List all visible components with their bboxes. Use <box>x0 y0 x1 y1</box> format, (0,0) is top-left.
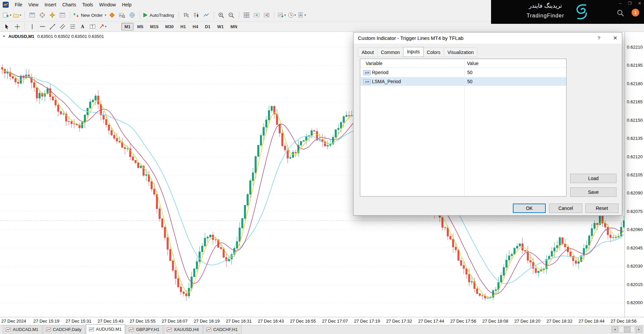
new-chart-button[interactable]: ▾ <box>2 10 12 20</box>
menu-file[interactable]: File <box>12 1 25 8</box>
strategy-tester-button[interactable] <box>117 10 127 20</box>
tab-visualization[interactable]: Visualization <box>444 48 477 57</box>
mt4-window: File View Insert Charts Tools Window Hel… <box>0 0 644 334</box>
price-label: 0.62105 <box>627 172 643 177</box>
timeframe-m30[interactable]: M30 <box>162 23 176 31</box>
horizontal-line-tool-button[interactable] <box>37 22 47 31</box>
param-name: Rperiod <box>372 70 388 75</box>
tile-windows-button[interactable] <box>241 10 252 20</box>
chart-shift-button[interactable] <box>262 10 272 20</box>
minimize-button[interactable]: ─ <box>619 1 622 6</box>
text-label-tool-button[interactable]: T <box>88 22 98 31</box>
new-order-label: New Order <box>81 13 103 18</box>
chart-tab-xauusd-h4[interactable]: XAUUSD,H4 <box>164 325 202 334</box>
param-value[interactable]: 50 <box>467 70 473 75</box>
scrollbar-thumb[interactable] <box>624 327 631 332</box>
templates-button[interactable]: ▾ <box>297 10 307 20</box>
market-watch-button[interactable] <box>27 10 37 20</box>
autotrading-button[interactable]: AutoTrading <box>142 10 176 20</box>
tab-about[interactable]: About <box>358 48 378 57</box>
svg-text:T: T <box>92 25 94 29</box>
save-button[interactable]: Save <box>570 187 616 197</box>
menu-tools[interactable]: Tools <box>79 1 96 8</box>
profiles-button[interactable]: ▾ <box>12 10 22 20</box>
indicators-button[interactable]: ▾ <box>277 10 287 20</box>
metaeditor-button[interactable] <box>127 10 137 20</box>
inputs-table[interactable]: Variable Value 123 Rperiod 50 123 LSMA_P… <box>360 59 567 197</box>
scroll-right-icon[interactable]: ► <box>636 326 642 333</box>
table-row[interactable]: 123 Rperiod 50 <box>361 68 566 77</box>
close-button[interactable]: ✕ <box>638 1 641 6</box>
chevron-down-icon: ▾ <box>294 13 296 17</box>
timeframe-mn[interactable]: MN <box>227 23 240 31</box>
menu-charts[interactable]: Charts <box>59 1 79 8</box>
ok-button[interactable]: OK <box>513 204 546 213</box>
time-label: 27 Dec 18:20 <box>515 319 540 324</box>
timeframe-w1[interactable]: W1 <box>214 23 227 31</box>
chart-tab-gbpjpy-h1[interactable]: GBPJPY,H1 <box>126 325 163 334</box>
data-window-button[interactable] <box>37 10 47 20</box>
table-row[interactable]: 123 LSMA_Period 50 <box>361 77 566 86</box>
time-label: 27 Dec 15:43 <box>98 319 123 324</box>
new-order-button[interactable]: New Order ▾ <box>72 10 107 20</box>
dialog-titlebar[interactable]: Custom Indicator - Trigger Lines MT4 by … <box>354 33 622 44</box>
trendline-tool-button[interactable] <box>47 22 57 31</box>
time-axis[interactable]: 27 Dec 202427 Dec 15:1927 Dec 15:3127 De… <box>0 317 644 325</box>
timeframe-h4[interactable]: H4 <box>190 23 201 31</box>
text-tool-button[interactable]: A <box>77 22 88 31</box>
menu-view[interactable]: View <box>25 1 42 8</box>
price-axis[interactable]: 0.622100.621950.621800.621650.621500.621… <box>625 32 644 317</box>
periods-button[interactable]: ▾ <box>287 10 297 20</box>
scrollbar-track[interactable] <box>619 326 635 333</box>
timeframe-m1[interactable]: M1 <box>121 23 133 31</box>
arrows-tool-button[interactable]: ▾ <box>98 22 108 31</box>
chart-tab-audusd-m1[interactable]: AUDUSD,M1 <box>86 324 125 334</box>
zoom-in-button[interactable] <box>216 10 226 20</box>
timeframe-h1[interactable]: H1 <box>177 23 189 31</box>
tab-colors[interactable]: Colors <box>423 48 444 57</box>
navigator-button[interactable] <box>47 10 57 20</box>
notification-badge[interactable]: 1 <box>632 9 639 16</box>
line-chart-button[interactable] <box>201 10 211 20</box>
cursor-tool-button[interactable] <box>2 22 12 31</box>
load-button[interactable]: Load <box>570 174 616 183</box>
bar-chart-button[interactable] <box>181 10 191 20</box>
auto-scroll-button[interactable] <box>252 10 262 20</box>
app-icon[interactable] <box>2 1 10 8</box>
param-value[interactable]: 50 <box>467 79 473 84</box>
mql-community-button[interactable] <box>107 10 117 20</box>
crosshair-tool-button[interactable] <box>12 22 22 31</box>
menu-help[interactable]: Help <box>119 1 135 8</box>
reset-button[interactable]: Reset <box>585 204 619 213</box>
timeframe-d1[interactable]: D1 <box>202 23 214 31</box>
close-icon[interactable]: ✕ <box>613 35 618 41</box>
zoom-out-button[interactable] <box>226 10 236 20</box>
timeframe-m5[interactable]: M5 <box>134 23 146 31</box>
menu-insert[interactable]: Insert <box>42 1 59 8</box>
time-label: 27 Dec 17:32 <box>386 319 412 324</box>
table-header: Variable Value <box>360 59 566 68</box>
terminal-button[interactable] <box>57 10 67 20</box>
column-header-value: Value <box>467 61 479 66</box>
chart-tab-cadchf-daily[interactable]: CADCHF,Daily <box>43 325 85 334</box>
fibonacci-tool-button[interactable] <box>67 22 77 31</box>
chart-tab-icon <box>46 328 51 332</box>
cancel-button[interactable]: Cancel <box>549 204 582 213</box>
menu-window[interactable]: Window <box>96 1 119 8</box>
scroll-left-icon[interactable]: ◄ <box>611 326 618 333</box>
help-icon[interactable]: ? <box>597 35 600 41</box>
restore-button[interactable]: ❐ <box>628 1 632 6</box>
time-label: 27 Dec 16:43 <box>258 319 284 324</box>
vertical-line-tool-button[interactable] <box>27 22 37 31</box>
search-icon[interactable] <box>616 9 625 18</box>
candlestick-chart-button[interactable] <box>191 10 201 20</box>
chart-tab-audcad-m1[interactable]: AUDCAD,M1 <box>3 325 42 334</box>
tab-inputs[interactable]: Inputs <box>403 47 423 57</box>
tab-scrollbar[interactable]: ◄ ► <box>611 326 642 333</box>
chart-tab-bar: AUDCAD,M1 CADCHF,Daily AUDUSD,M1 GBPJPY,… <box>0 325 644 334</box>
equidistant-channel-tool-button[interactable] <box>57 22 67 31</box>
brand-title-fa: تریدینگ فایندر <box>519 2 572 9</box>
tab-common[interactable]: Common <box>377 48 404 57</box>
timeframe-m15[interactable]: M15 <box>147 23 161 31</box>
chart-tab-cadchf-h1[interactable]: CADCHF,H1 <box>203 325 241 334</box>
